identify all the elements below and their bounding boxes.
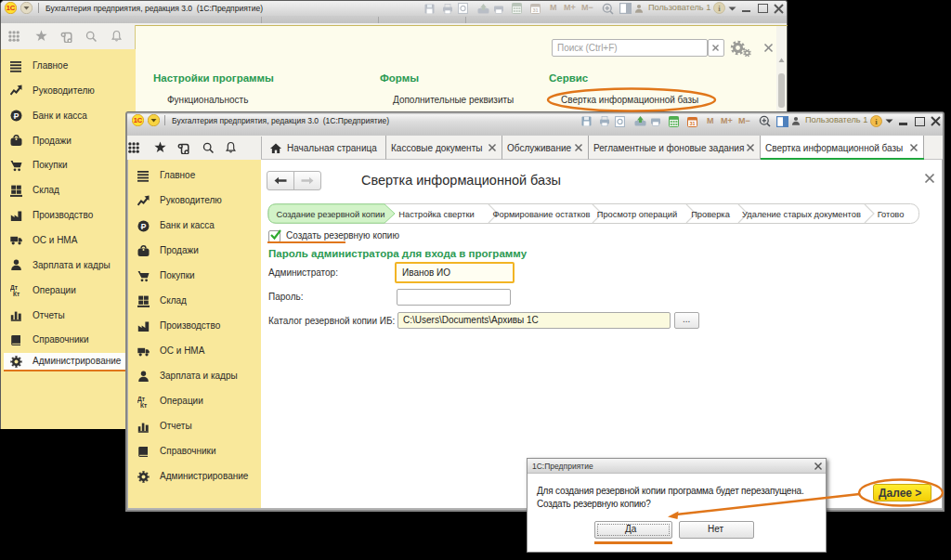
svg-text:P: P	[141, 221, 147, 230]
svg-text:31: 31	[689, 120, 695, 125]
svg-text:Кт: Кт	[13, 291, 20, 296]
svg-text:1С: 1С	[7, 4, 16, 12]
svg-text:1С: 1С	[134, 116, 143, 124]
svg-text:Формирование остатков: Формирование остатков	[493, 210, 591, 219]
svg-text:Проверка: Проверка	[691, 210, 730, 219]
svg-text:31: 31	[532, 7, 538, 13]
svg-text:Удаление старых документов: Удаление старых документов	[742, 210, 861, 219]
svg-text:Создание резервной копии: Создание резервной копии	[277, 210, 385, 219]
svg-text:Кт: Кт	[140, 401, 148, 407]
svg-text:P: P	[14, 111, 20, 121]
svg-text:Настройка свертки: Настройка свертки	[398, 210, 475, 219]
svg-text:Готово: Готово	[878, 210, 905, 219]
svg-text:Просмотр операций: Просмотр операций	[597, 210, 677, 219]
